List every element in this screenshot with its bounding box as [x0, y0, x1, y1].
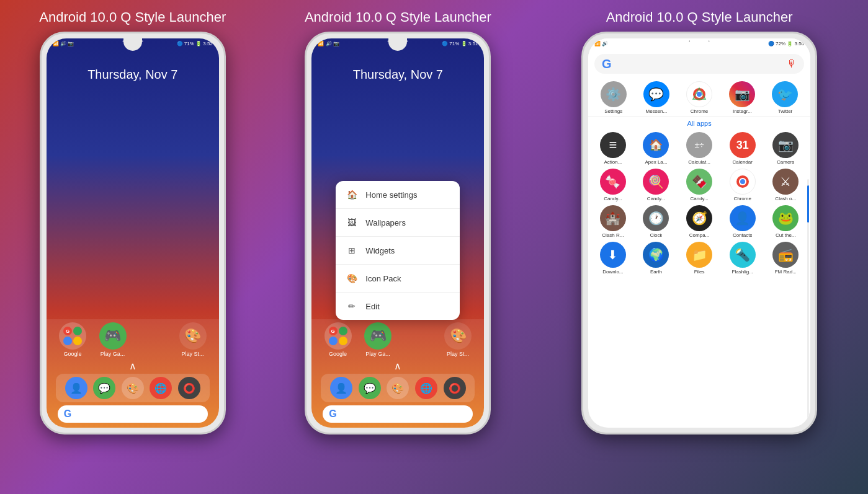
app-label-clash1: Clash o... — [775, 196, 796, 201]
app-contacts[interactable]: 👤 Contacts — [723, 205, 763, 238]
app-clash2[interactable]: 🏰 Clash R... — [593, 205, 633, 238]
app-label-flashlight: Flashlig... — [732, 269, 753, 275]
dock-area-1: G Google 🎮 Play Ga... — [47, 319, 219, 428]
menu-label-wallpapers: Wallpapers — [365, 218, 406, 227]
dock2-label-google: Google — [329, 351, 347, 357]
app-action[interactable]: ≡ Action... — [593, 132, 633, 165]
bottom2-icon-chrome[interactable]: 🌐 — [415, 377, 437, 399]
top-app-settings[interactable]: ⚙️ Settings — [593, 81, 633, 114]
top-app-instagram[interactable]: 📷 Instagr... — [722, 81, 763, 114]
menu-label-widgets: Widgets — [365, 246, 395, 255]
app-flashlight[interactable]: 🔦 Flashlig... — [723, 242, 763, 275]
phone-screen-1: 📶 🔊 📷 🔵 71% 🔋 3:52 Thursday, Nov 7 G — [47, 38, 219, 428]
bottom-icon-contacts[interactable]: 👤 — [65, 377, 87, 399]
app-candy3[interactable]: 🍫 Candy... — [679, 169, 719, 201]
notch-1 — [123, 38, 142, 51]
bottom-icon-playstore[interactable]: 🎨 — [122, 377, 144, 399]
app-label-camera: Camera — [777, 159, 794, 165]
google-logo: G — [602, 57, 612, 71]
menu-item-home[interactable]: 🏠 Home settings — [336, 181, 460, 209]
app-label-clash2: Clash R... — [602, 232, 624, 238]
menu-item-wallpapers[interactable]: 🖼 Wallpapers — [336, 209, 460, 237]
search-bar[interactable]: G 🎙 — [594, 54, 804, 74]
dock-app-google[interactable]: G Google — [59, 322, 86, 357]
app-clock[interactable]: 🕐 Clock — [637, 205, 676, 238]
app-label-apex: Apex La... — [645, 159, 667, 165]
mic-icon[interactable]: 🎙 — [787, 58, 797, 69]
status-left-1: 📶 🔊 📷 — [53, 41, 74, 46]
edit-icon: ✏ — [346, 300, 358, 312]
app-camera[interactable]: 📷 Camera — [766, 132, 805, 165]
menu-item-edit[interactable]: ✏ Edit — [336, 293, 460, 320]
app-files[interactable]: 📁 Files — [679, 242, 719, 275]
google-g-1: G — [64, 408, 71, 420]
phone-frame-1: 📶 🔊 📷 🔵 71% 🔋 3:52 Thursday, Nov 7 G — [40, 32, 226, 434]
panel-3-title: Android 10.0 Q Style Launcher — [606, 6, 793, 25]
top-app-chrome[interactable]: Chrome — [679, 81, 719, 114]
status-right-2: 🔵 71% 🔋 3:51 — [442, 41, 478, 46]
status-bar-2: 📶 🔊 📷 🔵 71% 🔋 3:51 — [311, 38, 484, 49]
scrollbar-thumb — [807, 185, 809, 223]
dock-app-playgames[interactable]: 🎮 Play Ga... — [99, 322, 127, 357]
app-label-download: Downlo... — [602, 269, 623, 275]
dock2-app-playstore[interactable]: 🎨 Play St... — [444, 322, 472, 357]
app-calculator[interactable]: ±÷ Calculat... — [679, 132, 719, 165]
app-calendar[interactable]: 31 Calendar — [723, 132, 763, 165]
app-chrome2[interactable]: Chrome — [723, 169, 763, 201]
status-right-1: 🔵 71% 🔋 3:52 — [177, 41, 213, 46]
bottom2-icon-playstore[interactable]: 🎨 — [387, 377, 409, 399]
apps-grid: ≡ Action... 🏠 Apex La... ±÷ Calculat... … — [588, 130, 810, 277]
app-fmradio[interactable]: 📻 FM Rad... — [766, 242, 805, 275]
google-search-bar-1[interactable]: G — [58, 405, 208, 423]
dock-app-playstore[interactable]: 🎨 Play St... — [179, 322, 207, 357]
top-app-label-settings: Settings — [604, 108, 622, 114]
status-right-3: 🔵 72% 🔋 3:50 — [768, 41, 804, 46]
google-search-bar-2[interactable]: G — [323, 405, 473, 423]
app-compass[interactable]: 🧭 Compa... — [679, 205, 719, 238]
phone-frame-3: 📶 🔊 🔵 72% 🔋 3:50 G 🎙 ⚙️ Settings — [581, 32, 817, 434]
app-candy2[interactable]: 🍭 Candy... — [637, 169, 676, 201]
top-app-messenger[interactable]: 💬 Messen... — [636, 81, 676, 114]
phone-screen-2: 📶 🔊 📷 🔵 71% 🔋 3:51 Thursday, Nov 7 🏠 Hom… — [311, 38, 484, 428]
dock-apps-row-1: G Google 🎮 Play Ga... — [53, 322, 213, 357]
app-label-compass: Compa... — [689, 232, 709, 238]
bottom2-icon-contacts[interactable]: 👤 — [330, 377, 352, 399]
bottom-icon-messages[interactable]: 💬 — [93, 377, 115, 399]
menu-item-iconpack[interactable]: 🎨 Icon Pack — [336, 265, 460, 293]
up-arrow-1[interactable]: ∧ — [53, 360, 213, 372]
svg-point-5 — [740, 179, 745, 184]
dock-apps-row-2: G Google 🎮 Play Ga... — [318, 322, 478, 357]
app-cuttherope[interactable]: 🐸 Cut the... — [766, 205, 805, 238]
status-bar-1: 📶 🔊 📷 🔵 71% 🔋 3:52 — [47, 38, 219, 49]
app-candy1[interactable]: 🍬 Candy... — [593, 169, 633, 201]
top-app-label-messenger: Messen... — [646, 108, 668, 114]
top-app-twitter[interactable]: 🐦 Twitter — [765, 81, 805, 114]
drawer-header: G 🎙 — [588, 49, 810, 79]
dock-label-playgames: Play Ga... — [101, 351, 125, 357]
menu-label-edit: Edit — [365, 302, 379, 311]
app-earth[interactable]: 🌍 Earth — [637, 242, 676, 275]
dock2-app-playgames[interactable]: 🎮 Play Ga... — [364, 322, 391, 357]
up-arrow-2[interactable]: ∧ — [318, 360, 478, 372]
bottom2-icon-messages[interactable]: 💬 — [359, 377, 381, 399]
bottom-icon-misc[interactable]: ⭕ — [178, 377, 200, 399]
menu-label-home: Home settings — [365, 190, 417, 200]
app-apex[interactable]: 🏠 Apex La... — [637, 132, 676, 165]
google-g-2: G — [329, 408, 336, 420]
bottom2-icon-misc[interactable]: ⭕ — [444, 377, 466, 399]
home-icon: 🏠 — [346, 188, 358, 201]
dock-label-playstore: Play St... — [182, 351, 204, 357]
app-clash1[interactable]: ⚔ Clash o... — [766, 169, 805, 201]
bottom-icon-chrome[interactable]: 🌐 — [150, 377, 172, 399]
app-label-chrome2: Chrome — [733, 196, 751, 201]
app-label-candy2: Candy... — [647, 196, 665, 201]
scrollbar[interactable] — [807, 179, 809, 421]
app-label-clock: Clock — [650, 232, 662, 238]
dock2-app-google[interactable]: G Google — [324, 322, 352, 357]
top-app-label-instagram: Instagr... — [733, 108, 752, 114]
app-label-calculator: Calculat... — [688, 159, 710, 165]
app-download[interactable]: ⬇ Downlo... — [593, 242, 633, 275]
menu-item-widgets[interactable]: ⊞ Widgets — [336, 237, 460, 265]
bottom-row-1: 👤 💬 🎨 🌐 ⭕ — [56, 374, 210, 402]
status-left-3: 📶 🔊 — [594, 41, 608, 46]
